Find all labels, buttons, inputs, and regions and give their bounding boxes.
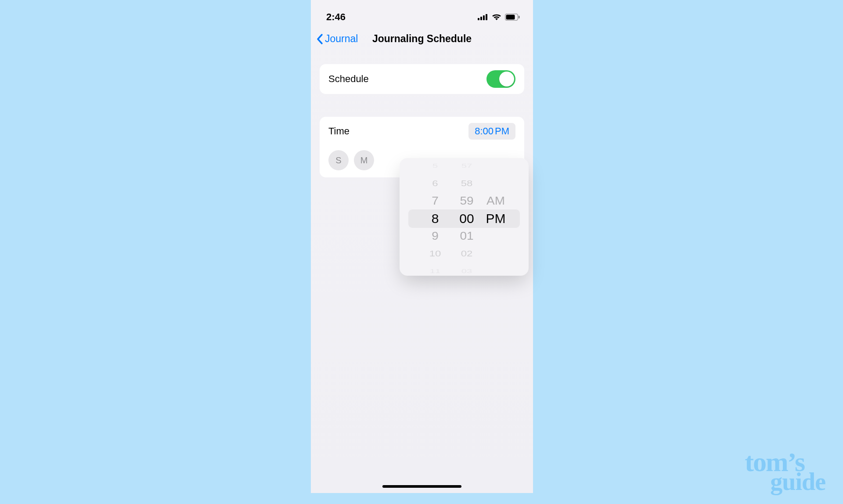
picker-columns: 5 6 7 8 9 10 11 57 58 59 00 01 02 03 AM <box>400 158 529 276</box>
picker-min-opt[interactable]: 02 <box>451 247 483 261</box>
schedule-card: Schedule <box>320 64 524 94</box>
time-row: Time 8:00PM <box>320 117 524 146</box>
svg-rect-5 <box>506 15 515 20</box>
watermark-logo: tom’s guide <box>745 451 825 492</box>
time-picker-popover[interactable]: 5 6 7 8 9 10 11 57 58 59 00 01 02 03 AM <box>400 158 529 276</box>
picker-min-opt[interactable]: 03 <box>451 266 483 276</box>
battery-icon <box>505 14 520 21</box>
picker-min-opt[interactable]: 57 <box>451 161 483 171</box>
picker-period-opt[interactable]: AM <box>483 193 509 209</box>
time-hourmin: 8:00 <box>475 126 494 137</box>
schedule-row: Schedule <box>320 64 524 94</box>
nav-bar: Journal Journaling Schedule <box>311 26 533 51</box>
picker-min-opt[interactable]: 58 <box>451 176 483 191</box>
day-sunday[interactable]: S <box>328 150 349 170</box>
back-label: Journal <box>325 33 358 45</box>
chevron-left-icon <box>316 33 324 44</box>
picker-period-selected[interactable]: PM <box>483 210 509 227</box>
picker-min-opt[interactable]: 01 <box>451 228 483 245</box>
svg-rect-2 <box>483 15 485 20</box>
time-value-pill[interactable]: 8:00PM <box>468 123 515 140</box>
picker-minute-column[interactable]: 57 58 59 00 01 02 03 <box>451 158 483 276</box>
picker-hour-opt[interactable]: 6 <box>419 176 451 191</box>
day-monday[interactable]: M <box>354 150 374 170</box>
schedule-toggle[interactable] <box>486 70 515 88</box>
picker-hour-selected[interactable]: 8 <box>419 210 451 227</box>
picker-hour-opt[interactable]: 9 <box>419 228 451 245</box>
status-icons <box>478 14 520 21</box>
schedule-label: Schedule <box>328 73 369 85</box>
picker-hour-opt[interactable]: 10 <box>419 247 451 261</box>
status-time: 2:46 <box>326 11 346 23</box>
wifi-icon <box>492 14 501 21</box>
svg-rect-6 <box>519 16 520 18</box>
svg-rect-0 <box>478 18 479 20</box>
time-label: Time <box>328 126 349 137</box>
picker-min-selected[interactable]: 00 <box>451 210 483 227</box>
picker-hour-opt[interactable]: 11 <box>419 266 451 276</box>
picker-period-column[interactable]: AM PM <box>483 158 509 276</box>
picker-hour-opt[interactable]: 7 <box>419 193 451 209</box>
svg-rect-3 <box>486 14 487 20</box>
svg-rect-1 <box>480 17 482 20</box>
status-bar: 2:46 <box>311 0 533 26</box>
toggle-knob <box>499 72 514 86</box>
time-period: PM <box>495 126 509 137</box>
picker-hour-opt[interactable]: 5 <box>419 161 451 171</box>
cellular-signal-icon <box>478 14 488 20</box>
picker-hour-column[interactable]: 5 6 7 8 9 10 11 <box>419 158 451 276</box>
home-indicator <box>382 485 461 488</box>
picker-min-opt[interactable]: 59 <box>451 193 483 209</box>
back-button[interactable]: Journal <box>316 33 358 45</box>
